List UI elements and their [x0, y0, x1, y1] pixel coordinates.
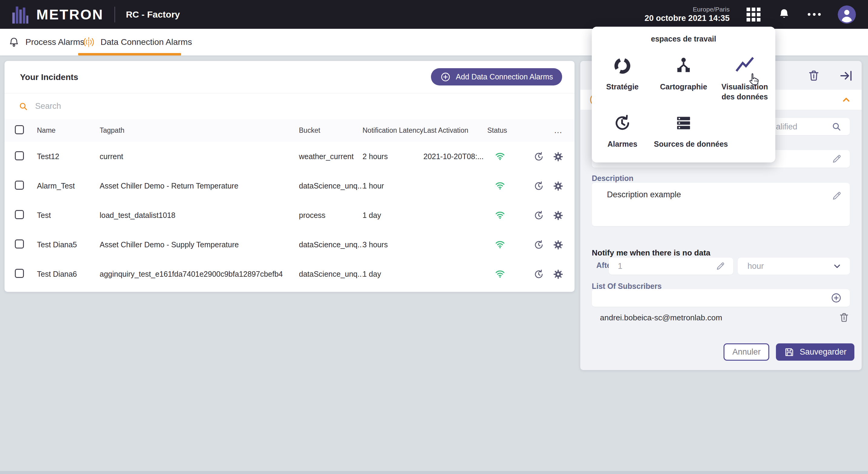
row-checkbox[interactable]: [15, 239, 24, 248]
bell-icon: [777, 8, 791, 21]
data-connection-signal-icon: [82, 36, 95, 49]
ellipsis-icon: [808, 13, 821, 16]
row-checkbox[interactable]: [15, 269, 24, 278]
column-header-bucket[interactable]: Bucket: [299, 126, 363, 135]
person-icon: [838, 5, 856, 24]
workspace-menu-grid: Stratégie Cartographie: [592, 51, 775, 149]
search-row: Search: [4, 93, 575, 119]
app-screen: METRON RC - Factory Europe/Paris 20 octo…: [0, 0, 868, 474]
column-header-more[interactable]: ...: [533, 126, 562, 135]
chevron-down-icon: [832, 261, 842, 271]
history-icon: [533, 268, 545, 280]
settings-button[interactable]: [552, 239, 564, 250]
column-header-notification-latency[interactable]: Notification Latency: [363, 126, 424, 135]
incidents-header: Your Incidents Add Data Connection Alarm…: [4, 61, 575, 93]
add-subscriber-input[interactable]: [592, 289, 850, 307]
history-button[interactable]: [533, 239, 545, 250]
history-button[interactable]: [533, 210, 545, 221]
gear-icon: [552, 268, 564, 280]
cell-actions: [533, 151, 564, 162]
incidents-rows: Test12 current weather_current 2 hours 2…: [4, 142, 575, 289]
history-icon: [533, 180, 545, 192]
save-button[interactable]: Sauvegarder: [776, 344, 855, 361]
data-sources-icon: [674, 113, 693, 134]
cell-bucket: process: [299, 211, 363, 220]
history-button[interactable]: [533, 180, 545, 192]
after-value: 1: [618, 262, 622, 271]
table-row[interactable]: Alarm_Test Asset Chiller Demo - Return T…: [4, 171, 575, 201]
history-button[interactable]: [533, 151, 545, 162]
cell-last-activation: 2021-10-20T08:...: [424, 152, 487, 161]
brand: METRON RC - Factory: [11, 4, 180, 25]
cell-tagpath: load_test_datalist1018: [100, 211, 299, 220]
row-checkbox[interactable]: [15, 181, 24, 190]
settings-button[interactable]: [552, 151, 564, 162]
gear-icon: [552, 239, 564, 250]
subscriber-email: andrei.bobeica-sc@metronlab.com: [592, 313, 722, 323]
column-header-status[interactable]: Status: [487, 126, 533, 135]
plus-circle-icon: [831, 292, 842, 304]
column-header-name[interactable]: Name: [37, 126, 100, 135]
wifi-connected-icon: [494, 150, 506, 162]
apps-grid-button[interactable]: [747, 7, 761, 22]
add-data-connection-alarms-button[interactable]: Add Data Connection Alarms: [431, 68, 562, 86]
row-checkbox[interactable]: [15, 210, 24, 219]
description-input[interactable]: Description example: [592, 183, 850, 226]
brand-divider: [115, 7, 115, 23]
pencil-icon: [716, 261, 725, 271]
cell-name: Test12: [37, 152, 100, 161]
remove-subscriber-button[interactable]: [838, 312, 850, 323]
menu-item-cartographie[interactable]: Cartographie: [653, 51, 714, 101]
cell-status: [487, 267, 533, 281]
settings-button[interactable]: [552, 210, 564, 221]
plus-circle-icon: [440, 71, 451, 83]
tab-process-alarms[interactable]: Process Alarms: [8, 29, 85, 56]
menu-item-label: Visualisation des données: [715, 82, 774, 101]
incidents-card: Your Incidents Add Data Connection Alarm…: [4, 61, 575, 292]
history-icon: [533, 151, 545, 162]
add-subscriber-button[interactable]: [831, 292, 842, 304]
table-row[interactable]: Test Diana5 Asset Chiller Demo - Supply …: [4, 230, 575, 260]
cell-tagpath: Asset Chiller Demo - Return Temperature: [100, 181, 299, 190]
select-all-checkbox[interactable]: [15, 125, 24, 134]
delete-incident-button[interactable]: [807, 69, 820, 83]
page-title: Your Incidents: [20, 72, 78, 82]
notify-label: Notify me when there is no data: [592, 248, 711, 258]
search-input[interactable]: Search: [35, 101, 61, 111]
cell-status: [487, 150, 533, 164]
pencil-icon: [832, 190, 842, 201]
after-value-input[interactable]: 1: [609, 258, 733, 274]
tag-filter-value: alified: [776, 122, 798, 131]
column-header-tagpath[interactable]: Tagpath: [100, 126, 299, 135]
tab-data-connection-alarms[interactable]: Data Connection Alarms: [82, 29, 192, 56]
settings-button[interactable]: [552, 268, 564, 280]
row-checkbox[interactable]: [15, 151, 24, 160]
table-row[interactable]: Test Diana6 agginquiry_test_e161fda7401e…: [4, 260, 575, 289]
close-panel-button[interactable]: [839, 69, 853, 83]
notifications-button[interactable]: [777, 8, 791, 21]
wifi-connected-icon: [494, 179, 506, 191]
apps-grid-icon: [747, 7, 761, 22]
chevron-up-icon[interactable]: [841, 94, 851, 105]
more-options-button[interactable]: [808, 13, 821, 16]
menu-item-visualisation[interactable]: Visualisation des données: [714, 51, 775, 101]
table-row[interactable]: Test12 current weather_current 2 hours 2…: [4, 142, 575, 171]
cell-notification-latency: 1 day: [363, 270, 424, 278]
cell-actions: [533, 180, 564, 192]
cell-notification-latency: 1 hour: [363, 181, 424, 190]
cartography-icon: [674, 55, 693, 77]
cancel-button[interactable]: Annuler: [723, 344, 769, 361]
settings-button[interactable]: [552, 180, 564, 192]
column-header-last-activation[interactable]: Last Activation: [424, 126, 487, 135]
history-button[interactable]: [533, 268, 545, 280]
user-avatar-button[interactable]: [838, 5, 856, 24]
avatar: [838, 5, 856, 24]
unit-select[interactable]: hour: [738, 258, 850, 274]
menu-item-alarmes[interactable]: Alarmes: [592, 108, 653, 149]
workspace-title: RC - Factory: [126, 9, 180, 20]
add-button-label: Add Data Connection Alarms: [456, 72, 553, 81]
table-row[interactable]: Test load_test_datalist1018 process 1 da…: [4, 201, 575, 230]
menu-item-strategie[interactable]: Stratégie: [592, 51, 653, 101]
menu-item-sources[interactable]: Sources de données: [653, 108, 714, 149]
cell-tagpath: agginquiry_test_e161fda7401e2900c9bfa128…: [100, 270, 299, 278]
